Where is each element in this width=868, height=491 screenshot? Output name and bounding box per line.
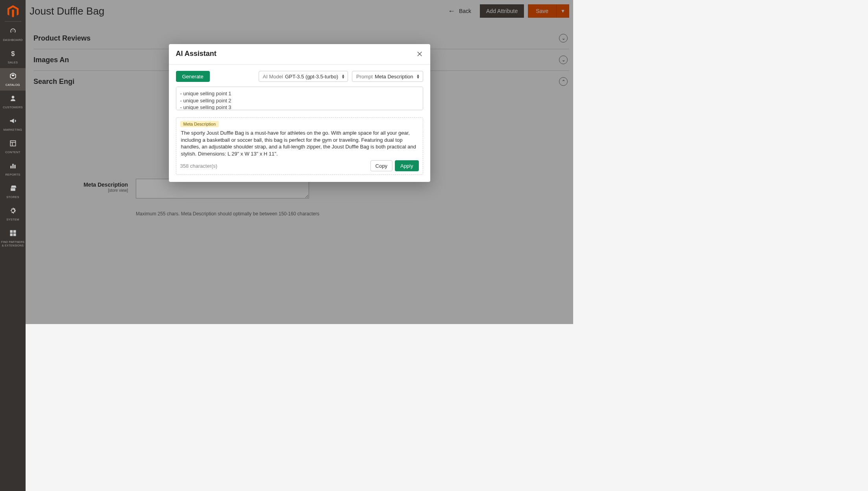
sidebar-label: SYSTEM [6, 218, 19, 221]
svg-text:$: $ [11, 50, 15, 57]
magento-logo-icon [7, 5, 19, 18]
model-value: GPT-3.5 (gpt-3.5-turbo) [285, 74, 338, 80]
modal-title: AI Assistant [176, 50, 217, 58]
sidebar-label: MARKETING [4, 128, 22, 132]
layout-icon [9, 139, 17, 149]
ai-assistant-modal: AI Assistant Generate AI Model GPT-3.5 (… [169, 44, 430, 182]
sidebar-item-content[interactable]: CONTENT [0, 135, 26, 158]
dollar-icon: $ [9, 50, 17, 59]
sidebar-label: DASHBOARD [3, 39, 22, 42]
sidebar-label: FIND PARTNERS & EXTENSIONS [1, 241, 25, 247]
sidebar-label: CUSTOMERS [3, 106, 22, 109]
prompt-prefix: Prompt [356, 74, 373, 80]
model-prefix: AI Model [263, 74, 283, 80]
sort-arrows-icon: ▲▼ [341, 74, 345, 79]
storefront-icon [9, 184, 17, 194]
sidebar-label: CATALOG [6, 83, 20, 87]
prompt-value: Meta Description [375, 74, 413, 80]
generate-button[interactable]: Generate [176, 71, 210, 82]
magento-logo[interactable] [0, 0, 26, 20]
copy-button[interactable]: Copy [370, 160, 392, 171]
bars-icon [9, 162, 17, 172]
apply-button[interactable]: Apply [395, 160, 419, 171]
ai-model-select[interactable]: AI Model GPT-3.5 (gpt-3.5-turbo) ▲▼ [259, 71, 348, 82]
gear-icon [9, 207, 17, 217]
result-text: The sporty Joust Duffle Bag is a must-ha… [179, 129, 420, 157]
svg-rect-4 [10, 166, 11, 169]
person-icon [9, 94, 17, 104]
sidebar-label: REPORTS [5, 173, 20, 176]
blocks-icon [9, 229, 17, 239]
modal-close-button[interactable] [416, 50, 423, 57]
result-tag: Meta Description [180, 121, 219, 127]
result-actions: Copy Apply [370, 160, 419, 171]
sidebar-item-reports[interactable]: REPORTS [0, 158, 26, 180]
char-count: 358 character(s) [180, 163, 218, 169]
result-footer: 358 character(s) Copy Apply [179, 157, 420, 171]
sidebar-item-marketing[interactable]: MARKETING [0, 113, 26, 135]
sidebar-item-customers[interactable]: CUSTOMERS [0, 91, 26, 113]
admin-sidebar: DASHBOARD $ SALES CATALOG CUSTOMERS MARK… [0, 0, 26, 324]
usp-textarea[interactable] [176, 87, 423, 110]
selects-right: AI Model GPT-3.5 (gpt-3.5-turbo) ▲▼ Prom… [259, 71, 423, 82]
sidebar-item-dashboard[interactable]: DASHBOARD [0, 23, 26, 46]
svg-rect-5 [12, 164, 13, 169]
modal-controls: Generate AI Model GPT-3.5 (gpt-3.5-turbo… [176, 71, 423, 82]
megaphone-icon [9, 117, 17, 127]
sidebar-divider [5, 21, 21, 22]
sidebar-item-sales[interactable]: $ SALES [0, 46, 26, 68]
sidebar-item-catalog[interactable]: CATALOG [0, 68, 26, 91]
close-icon [416, 50, 423, 57]
svg-rect-6 [14, 165, 15, 169]
sort-arrows-icon: ▲▼ [416, 74, 420, 79]
svg-rect-1 [10, 141, 15, 146]
sidebar-item-partners[interactable]: FIND PARTNERS & EXTENSIONS [0, 225, 26, 251]
modal-header: AI Assistant [169, 44, 430, 65]
gauge-icon [9, 27, 17, 37]
sidebar-label: SALES [8, 61, 18, 64]
prompt-select[interactable]: Prompt Meta Description ▲▼ [352, 71, 423, 82]
sidebar-label: STORES [6, 196, 19, 199]
box-icon [9, 72, 17, 82]
sidebar-item-system[interactable]: SYSTEM [0, 203, 26, 225]
sidebar-item-stores[interactable]: STORES [0, 180, 26, 203]
modal-body: Generate AI Model GPT-3.5 (gpt-3.5-turbo… [169, 65, 430, 182]
modal-overlay[interactable]: AI Assistant Generate AI Model GPT-3.5 (… [26, 0, 573, 324]
sidebar-label: CONTENT [5, 151, 20, 154]
main-content: Joust Duffle Bag ← Back Add Attribute Sa… [26, 0, 573, 324]
result-box: Meta Description The sporty Joust Duffle… [176, 117, 423, 175]
